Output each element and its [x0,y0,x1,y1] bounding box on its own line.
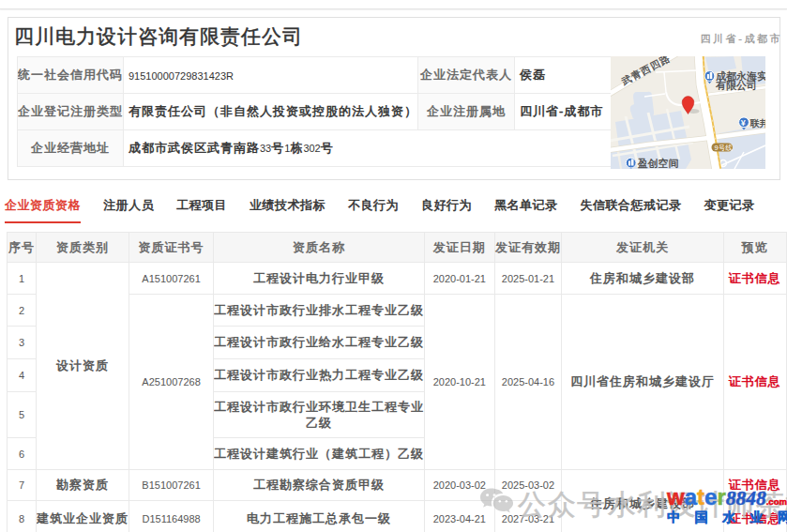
svg-text:¥: ¥ [741,118,746,128]
svg-text:9号线: 9号线 [715,144,734,152]
svg-text:联邦: 联邦 [750,118,766,129]
svg-text:有限公司: 有限公司 [716,80,757,91]
svg-text:盈创空间: 盈创空间 [638,158,679,169]
